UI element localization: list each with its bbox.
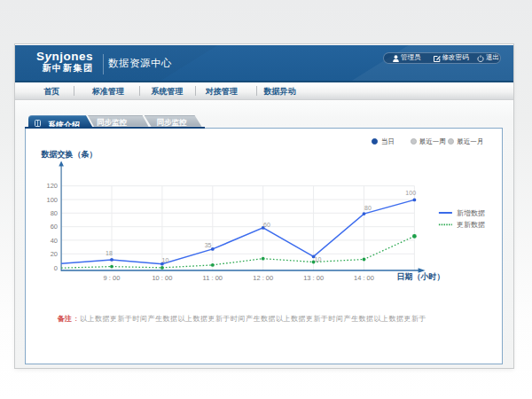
svg-text:20: 20 <box>51 250 58 258</box>
svg-text:10: 10 <box>162 257 169 263</box>
svg-text:100: 100 <box>406 190 417 196</box>
svg-text:14 : 00: 14 : 00 <box>354 274 374 282</box>
svg-text:40: 40 <box>51 237 58 245</box>
svg-text:100: 100 <box>47 196 59 204</box>
svg-text:新增数据: 新增数据 <box>457 209 485 217</box>
svg-text:更新数据: 更新数据 <box>457 222 485 230</box>
svg-text:60: 60 <box>263 223 270 229</box>
svg-text:9 : 00: 9 : 00 <box>104 274 121 282</box>
svg-text:13 : 00: 13 : 00 <box>304 274 325 282</box>
svg-text:0: 0 <box>54 265 58 273</box>
svg-text:80: 80 <box>364 205 372 211</box>
svg-text:35: 35 <box>205 242 212 248</box>
svg-text:60: 60 <box>51 223 58 231</box>
svg-text:日期（小时）: 日期（小时） <box>397 272 445 281</box>
svg-text:10 : 00: 10 : 00 <box>153 274 173 282</box>
svg-text:120: 120 <box>47 183 59 191</box>
svg-text:10: 10 <box>315 256 322 262</box>
svg-text:80: 80 <box>51 209 58 217</box>
svg-text:11 : 00: 11 : 00 <box>203 274 223 282</box>
svg-text:18: 18 <box>106 251 113 257</box>
svg-text:12 : 00: 12 : 00 <box>254 274 274 282</box>
